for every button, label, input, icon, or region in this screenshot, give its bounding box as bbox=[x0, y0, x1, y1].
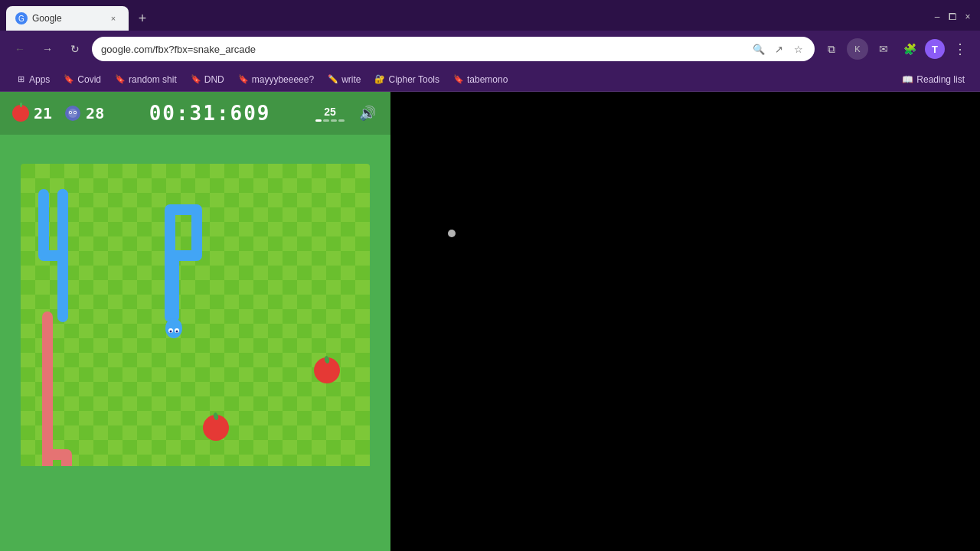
bookmark-random-label: random shit bbox=[129, 74, 177, 85]
svg-point-5 bbox=[74, 112, 76, 113]
mail-icon[interactable]: ✉ bbox=[873, 38, 894, 60]
svg-point-4 bbox=[70, 112, 71, 113]
level-dot-4 bbox=[338, 119, 345, 122]
game-board[interactable] bbox=[21, 164, 370, 513]
bookmark-apps[interactable]: ⊞ Apps bbox=[9, 72, 56, 87]
apple-2 bbox=[21, 164, 370, 466]
reading-list-icon: 📖 bbox=[902, 74, 913, 85]
tab-favicon: G bbox=[15, 12, 28, 24]
cipher-bookmark-icon: 🔐 bbox=[374, 74, 385, 85]
level-bar bbox=[315, 119, 345, 122]
reading-list-label: Reading list bbox=[916, 74, 965, 85]
bookmark-cipher-tools[interactable]: 🔐 Cipher Tools bbox=[368, 72, 445, 87]
puzzle-icon[interactable]: 🧩 bbox=[899, 38, 920, 60]
write-bookmark-icon: ✏️ bbox=[328, 74, 338, 85]
avatar[interactable]: T bbox=[925, 39, 945, 59]
refresh-button[interactable]: ↻ bbox=[64, 38, 86, 60]
window-controls: – ⧠ × bbox=[931, 11, 974, 26]
extensions-icon[interactable]: ⧉ bbox=[821, 38, 842, 60]
tab-close-button[interactable]: × bbox=[107, 12, 119, 24]
level-indicator: 25 bbox=[315, 106, 345, 122]
game-container[interactable]: 21 28 00:31:609 25 bbox=[0, 92, 390, 551]
kaspersky-icon[interactable]: K bbox=[847, 38, 868, 60]
bookmark-apps-label: Apps bbox=[29, 74, 50, 85]
menu-icon[interactable]: ⋮ bbox=[949, 38, 971, 60]
bookmark-tabemono[interactable]: 🔖 tabemono bbox=[447, 72, 514, 87]
bookmark-tabemono-label: tabemono bbox=[467, 74, 508, 85]
toolbar-icons: ⧉ K ✉ 🧩 T ⋮ bbox=[821, 38, 971, 60]
random-bookmark-icon: 🔖 bbox=[115, 74, 126, 85]
tabemono-bookmark-icon: 🔖 bbox=[453, 74, 464, 85]
bookmark-write-label: write bbox=[341, 74, 361, 85]
page-content: 21 28 00:31:609 25 bbox=[0, 92, 980, 551]
score-1: 21 bbox=[34, 104, 52, 122]
tab-title: Google bbox=[32, 13, 103, 24]
dnd-bookmark-icon: 🔖 bbox=[191, 74, 201, 85]
back-button[interactable]: ← bbox=[9, 38, 31, 60]
search-icon[interactable]: 🔍 bbox=[752, 42, 766, 56]
bookmark-covid[interactable]: 🔖 Covid bbox=[57, 72, 107, 87]
minimize-button[interactable]: – bbox=[931, 11, 943, 23]
url-text: google.com/fbx?fbx=snake_arcade bbox=[101, 44, 747, 55]
bookmark-star-icon[interactable]: ☆ bbox=[792, 42, 805, 56]
game-timer: 00:31:609 bbox=[116, 102, 303, 125]
score-2: 28 bbox=[86, 104, 104, 122]
bookmark-mayyybeeeee[interactable]: 🔖 mayyybeeeee? bbox=[232, 72, 320, 87]
bookmark-dnd-label: DND bbox=[204, 74, 224, 85]
reading-list-button[interactable]: 📖 Reading list bbox=[896, 72, 971, 87]
level-dot-3 bbox=[331, 119, 337, 122]
game-header: 21 28 00:31:609 25 bbox=[0, 92, 390, 135]
tab-bar: G Google × + – ⧠ × bbox=[0, 0, 980, 31]
maximize-button[interactable]: ⧠ bbox=[946, 11, 959, 23]
mayyy-bookmark-icon: 🔖 bbox=[238, 74, 249, 85]
bookmark-covid-label: Covid bbox=[77, 74, 101, 85]
bookmark-mayyy-label: mayyybeeeee? bbox=[252, 74, 314, 85]
url-icons: 🔍 ↗ ☆ bbox=[752, 42, 805, 56]
bookmark-cipher-label: Cipher Tools bbox=[388, 74, 439, 85]
score-item-1: 21 bbox=[12, 104, 52, 122]
mouse-cursor bbox=[448, 230, 456, 237]
apple-icon-1 bbox=[12, 105, 29, 122]
active-tab[interactable]: G Google × bbox=[6, 6, 129, 31]
new-tab-button[interactable]: + bbox=[132, 8, 153, 29]
black-area bbox=[390, 92, 980, 551]
level-dot-1 bbox=[315, 119, 322, 122]
forward-button[interactable]: → bbox=[37, 38, 58, 60]
address-bar: ← → ↻ google.com/fbx?fbx=snake_arcade 🔍 … bbox=[0, 31, 980, 67]
bookmark-write[interactable]: ✏️ write bbox=[322, 72, 367, 87]
level-dot-2 bbox=[323, 119, 329, 122]
share-icon[interactable]: ↗ bbox=[772, 42, 786, 56]
covid-bookmark-icon: 🔖 bbox=[64, 74, 74, 85]
shield-icon bbox=[64, 105, 81, 122]
close-window-button[interactable]: × bbox=[962, 11, 974, 23]
url-bar[interactable]: google.com/fbx?fbx=snake_arcade 🔍 ↗ ☆ bbox=[92, 37, 815, 61]
volume-button[interactable]: 🔊 bbox=[357, 103, 378, 124]
score-item-2: 28 bbox=[64, 104, 104, 122]
level-number: 25 bbox=[324, 106, 336, 118]
browser-chrome: G Google × + – ⧠ × ← → ↻ google.com/fbx?… bbox=[0, 0, 980, 92]
apps-icon: ⊞ bbox=[15, 74, 26, 85]
bookmark-random-shit[interactable]: 🔖 random shit bbox=[109, 72, 183, 87]
bookmark-dnd[interactable]: 🔖 DND bbox=[185, 72, 230, 87]
bookmarks-bar: ⊞ Apps 🔖 Covid 🔖 random shit 🔖 DND 🔖 may… bbox=[0, 67, 980, 92]
